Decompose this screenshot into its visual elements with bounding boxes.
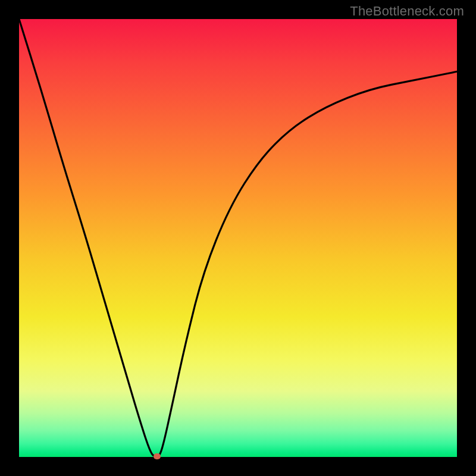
plot-area	[19, 19, 457, 457]
chart-frame: TheBottleneck.com	[0, 0, 476, 476]
bottleneck-curve	[19, 19, 457, 457]
watermark-text: TheBottleneck.com	[350, 4, 464, 19]
minimum-marker	[154, 453, 161, 459]
